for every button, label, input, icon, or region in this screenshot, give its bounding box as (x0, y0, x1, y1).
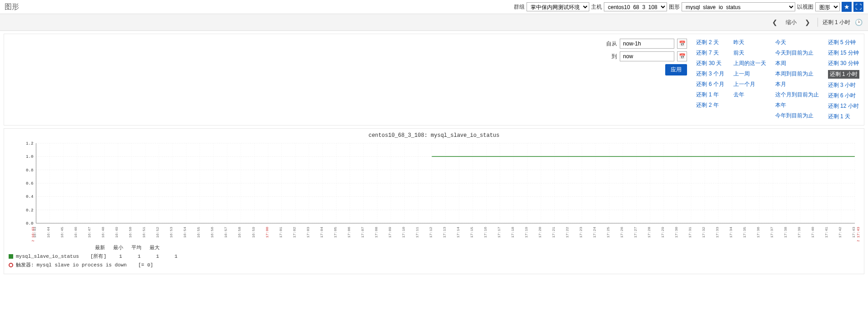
preset-link[interactable]: 还剩 6 个月 (696, 80, 724, 88)
svg-text:17:39: 17:39 (797, 227, 801, 238)
zoom-out-button[interactable]: 缩小 (783, 19, 799, 26)
svg-text:16:49: 16:49 (115, 227, 119, 238)
svg-text:0.8: 0.8 (26, 168, 33, 173)
stat-min: 1 (138, 254, 141, 259)
preset-col-2: 昨天前天上周的这一天上一周上一个月去年 (733, 39, 766, 120)
svg-text:17:16: 17:16 (483, 227, 487, 238)
preset-link[interactable]: 还剩 30 分钟 (828, 60, 859, 67)
svg-text:16:59: 16:59 (251, 227, 255, 238)
preset-link[interactable]: 还剩 12 小时 (828, 102, 859, 110)
top-filter-bar: 图形 群组 掌中保内网测试环境 主机 centos10_68_3_108 图形 … (0, 0, 868, 14)
preset-link[interactable]: 本周到目前为止 (775, 70, 819, 78)
svg-text:17:18: 17:18 (511, 227, 515, 238)
preset-link[interactable]: 还剩 7 天 (696, 49, 724, 57)
preset-link[interactable]: 这个月到目前为止 (775, 91, 819, 99)
preset-link[interactable]: 还剩 1 小时 (828, 70, 859, 79)
trigger-text: mysql slave io process is down (37, 262, 127, 268)
svg-text:16:47: 16:47 (87, 227, 91, 238)
preset-link[interactable]: 还剩 2 年 (696, 101, 724, 109)
view-select[interactable]: 图形 (815, 2, 840, 11)
svg-text:16:51: 16:51 (142, 227, 146, 238)
svg-text:17:24: 17:24 (592, 227, 597, 238)
svg-text:17:36: 17:36 (756, 227, 760, 238)
svg-text:16:44: 16:44 (46, 227, 50, 238)
preset-link[interactable]: 还剩 30 天 (696, 60, 724, 67)
svg-text:17:09: 17:09 (388, 227, 392, 238)
apply-button[interactable]: 应用 (665, 64, 687, 75)
fullscreen-button[interactable]: ⛶ (853, 2, 863, 12)
svg-text:12-02 17:43: 12-02 17:43 (856, 227, 859, 241)
preset-link[interactable]: 上一周 (733, 70, 766, 78)
preset-link[interactable]: 还剩 6 小时 (828, 92, 859, 100)
preset-col-4: 还剩 5 分钟还剩 15 分钟还剩 30 分钟还剩 1 小时还剩 3 小时还剩 … (828, 39, 859, 120)
preset-link[interactable]: 今年到目前为止 (775, 112, 819, 120)
chart-title: centos10_68_3_108: mysql_slave_io_status (9, 132, 859, 139)
svg-text:16:48: 16:48 (101, 227, 105, 238)
stat-max: 1 (175, 254, 178, 259)
time-filter-panel: 自从 📅 到 📅 应用 还剩 2 天还剩 7 天还剩 30 天还剩 3 个月还剩… (4, 34, 864, 125)
svg-text:16:52: 16:52 (156, 227, 160, 238)
preset-link[interactable]: 今天到目前为止 (775, 49, 819, 57)
svg-text:16:55: 16:55 (196, 227, 201, 238)
stat-head-min: 最小 (113, 244, 123, 251)
svg-text:16:46: 16:46 (74, 227, 78, 238)
svg-text:16:45: 16:45 (60, 227, 64, 238)
time-nav-bar: ❮ 缩小 ❯ 还剩 1 小时 🕑 (0, 14, 868, 31)
svg-text:17:32: 17:32 (702, 227, 706, 238)
graph-select[interactable]: mysql_slave_io_status (682, 2, 795, 11)
preset-link[interactable]: 昨天 (733, 39, 766, 46)
stat-head-max: 最大 (150, 244, 160, 251)
favorite-button[interactable]: ★ (842, 2, 852, 12)
svg-text:17:29: 17:29 (661, 227, 665, 238)
svg-text:17:02: 17:02 (292, 227, 296, 238)
clock-icon[interactable]: 🕑 (855, 19, 863, 26)
svg-text:17:37: 17:37 (770, 227, 774, 238)
svg-text:17:15: 17:15 (470, 227, 474, 238)
svg-text:17:17: 17:17 (497, 227, 501, 238)
from-input[interactable] (620, 39, 674, 49)
preset-link[interactable]: 上一个月 (733, 80, 766, 88)
svg-text:17:12: 17:12 (429, 227, 433, 238)
preset-link[interactable]: 本月 (775, 80, 819, 88)
preset-link[interactable]: 还剩 15 分钟 (828, 49, 859, 57)
time-inputs: 自从 📅 到 📅 应用 (606, 39, 696, 120)
svg-text:17:25: 17:25 (606, 227, 610, 238)
trigger-label: 触发器: (16, 261, 34, 268)
svg-text:17:07: 17:07 (361, 227, 365, 238)
preset-link[interactable]: 还剩 5 分钟 (828, 39, 859, 46)
preset-link[interactable]: 本周 (775, 60, 819, 67)
preset-link[interactable]: 还剩 3 小时 (828, 81, 859, 89)
from-calendar-icon[interactable]: 📅 (677, 39, 687, 49)
svg-text:17:10: 17:10 (401, 227, 406, 238)
host-select[interactable]: centos10_68_3_108 (604, 2, 667, 11)
svg-text:17:28: 17:28 (647, 227, 651, 238)
group-select[interactable]: 掌中保内网测试环境 (527, 2, 589, 11)
to-calendar-icon[interactable]: 📅 (677, 51, 687, 61)
preset-link[interactable]: 前天 (733, 49, 766, 57)
svg-text:16:58: 16:58 (237, 227, 241, 238)
nav-next-icon[interactable]: ❯ (802, 17, 813, 28)
trigger-expr: [= 0] (138, 262, 153, 268)
svg-text:0.4: 0.4 (26, 194, 33, 199)
preset-link[interactable]: 去年 (733, 91, 766, 99)
svg-text:16:54: 16:54 (183, 227, 187, 238)
svg-text:17:04: 17:04 (320, 227, 324, 238)
svg-text:17:31: 17:31 (688, 227, 692, 238)
preset-link[interactable]: 还剩 1 年 (696, 91, 724, 99)
preset-link[interactable]: 本年 (775, 101, 819, 109)
preset-link[interactable]: 还剩 1 天 (828, 113, 859, 120)
preset-link[interactable]: 今天 (775, 39, 819, 46)
legend-stats-header: 最新 最小 平均 最大 (95, 244, 859, 251)
preset-link[interactable]: 还剩 3 个月 (696, 70, 724, 78)
preset-link[interactable]: 上周的这一天 (733, 60, 766, 67)
svg-text:16:57: 16:57 (224, 227, 228, 238)
legend-series-name: mysql_slave_io_status (16, 254, 79, 259)
page-title: 图形 (5, 2, 19, 12)
time-presets: 还剩 2 天还剩 7 天还剩 30 天还剩 3 个月还剩 6 个月还剩 1 年还… (696, 39, 859, 120)
to-input[interactable] (620, 51, 674, 61)
graph-select-label: 图形 (669, 3, 680, 11)
preset-link[interactable]: 还剩 2 天 (696, 39, 724, 46)
nav-prev-icon[interactable]: ❮ (769, 17, 780, 28)
svg-text:17:21: 17:21 (552, 227, 556, 238)
svg-text:17:27: 17:27 (633, 227, 637, 238)
